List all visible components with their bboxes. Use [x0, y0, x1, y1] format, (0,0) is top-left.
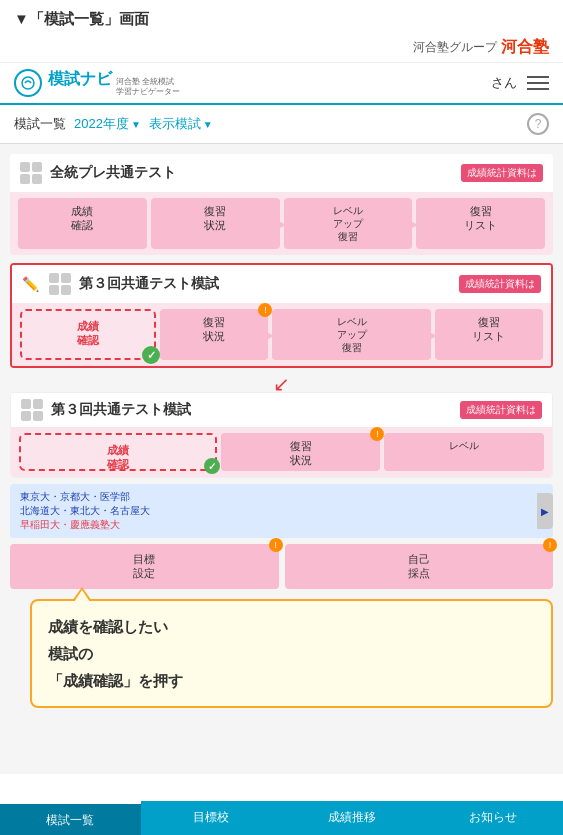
nav-label-2: 成績推移 [286, 809, 419, 826]
help-button[interactable]: ? [527, 113, 549, 135]
warning-mokuhyo: ! [269, 538, 283, 552]
display-filter[interactable]: 表示模試 ▼ [149, 115, 213, 133]
page-wrapper: ▼「模試一覧」画面 河合塾グループ 河合塾 模試ナビ 河合塾 全統模試 学習ナビ… [0, 0, 563, 835]
tooltip-line-3: 「成績確認」を押す [48, 667, 535, 694]
tooltip-line-2: 模試の [48, 640, 535, 667]
seiseki-btn-1[interactable]: 成績 確認 [18, 198, 147, 249]
exam-title-3: 第３回共通テスト模試 [51, 401, 452, 419]
fukushu-btn-1[interactable]: 復習 状況 [151, 198, 280, 249]
warning-icon-3: ! [370, 427, 384, 441]
svg-point-0 [22, 77, 34, 89]
nav-label-1: 目標校 [145, 809, 278, 826]
exam-card-third-highlighted: ✏️ 第３回共通テスト模試 成績統計資料は 成績 確認 ✓ 復習 状況 ! [10, 263, 553, 368]
check-circle-icon-3: ✓ [204, 458, 220, 474]
exam-actions-3: 成績 確認 ✓ 復習 状況 ! レベル [11, 427, 552, 477]
exam-title-2: 第３回共通テスト模試 [79, 275, 451, 293]
exam-title-1: 全統プレ共通テスト [50, 164, 453, 182]
tooltip-container: 成績を確認したい 模試の 「成績確認」を押す [30, 599, 553, 708]
nav-item-seiseki[interactable]: 成績推移 [282, 801, 423, 835]
uni-line-1: 東京大・京都大・医学部 [20, 490, 543, 504]
uni-side-arrow[interactable]: ▶ [537, 493, 553, 529]
title-main: 模試一覧 [44, 10, 104, 27]
logo-sub-text: 河合塾 全統模試 学習ナビゲーター [116, 77, 180, 96]
exam-header-1: 全統プレ共通テスト 成績統計資料は [10, 154, 553, 192]
warning-icon-fukushu: ! [258, 303, 272, 317]
uni-line-2: 北海道大・東北大・名古屋大 [20, 504, 543, 518]
exam-icon-3 [21, 399, 43, 421]
fukushu-status-btn-3[interactable]: 復習 状況 ! [221, 433, 381, 471]
exam-header-3: 第３回共通テスト模試 成績統計資料は [11, 393, 552, 427]
hamburger-menu[interactable] [527, 76, 549, 90]
app-header: 模試ナビ 河合塾 全統模試 学習ナビゲーター さん [0, 63, 563, 105]
seiseki-confirm-btn-3[interactable]: 成績 確認 ✓ [19, 433, 217, 471]
group-label: 河合塾グループ [413, 39, 497, 56]
filter-bar: 模試一覧 2022年度 ▼ 表示模試 ▼ ? [0, 105, 563, 144]
logo-main-text: 模試ナビ [48, 69, 112, 90]
exam-header-2: ✏️ 第３回共通テスト模試 成績統計資料は [12, 265, 551, 303]
bottom-nav: 模試一覧 目標校 成績推移 お知らせ [0, 801, 563, 835]
list-btn-2[interactable]: 復習 リスト [435, 309, 543, 360]
list-btn-1[interactable]: 復習 リスト [416, 198, 545, 249]
content-area: 全統プレ共通テスト 成績統計資料は 成績 確認 復習 状況 レベル アップ 復習… [0, 144, 563, 774]
university-card: 東京大・京都大・医学部 北海道大・東北大・名古屋大 早稲田大・慶應義塾大 ▶ [10, 484, 553, 538]
levelup-btn-1[interactable]: レベル アップ 復習 [284, 198, 413, 249]
seiseki-confirm-btn[interactable]: 成績 確認 ✓ [20, 309, 156, 360]
exam-badge-3: 成績統計資料は [460, 401, 542, 419]
exam-actions-2: 成績 確認 ✓ 復習 状況 ! レベル アップ 復習 復習 リスト [12, 303, 551, 366]
title-suffix: 」画面 [104, 10, 149, 27]
page-title-area: ▼「模試一覧」画面 [0, 0, 563, 33]
tooltip-line-1: 成績を確認したい [48, 613, 535, 640]
exam-badge-2: 成績統計資料は [459, 275, 541, 293]
edit-pencil-icon: ✏️ [22, 276, 39, 292]
user-suffix: さん [491, 74, 517, 92]
brand-name: 河合塾 [501, 37, 549, 58]
levelup-btn-2[interactable]: レベル アップ 復習 [272, 309, 430, 360]
tooltip-box: 成績を確認したい 模試の 「成績確認」を押す [30, 599, 553, 708]
nav-label-3: お知らせ [426, 809, 559, 826]
title-prefix: ▼「 [14, 10, 44, 27]
exam-icon-1 [20, 162, 42, 184]
header-right: さん [491, 74, 549, 92]
brand-bar: 河合塾グループ 河合塾 [0, 33, 563, 63]
fukushu-status-btn[interactable]: 復習 状況 ! [160, 309, 268, 360]
nav-label-0: 模試一覧 [4, 812, 137, 829]
filter-label: 模試一覧 [14, 115, 66, 133]
logo-circle-icon [14, 69, 42, 97]
goal-section: 目標 設定 ! 自己 採点 ! [10, 544, 553, 589]
nav-item-mokuhyko[interactable]: 目標校 [141, 801, 282, 835]
exam-icon-2 [49, 273, 71, 295]
logo-text-group: 模試ナビ 河合塾 全統模試 学習ナビゲーター [48, 69, 180, 96]
nav-item-oshirase[interactable]: お知らせ [422, 801, 563, 835]
exam-card-third-lower: 第３回共通テスト模試 成績統計資料は 成績 確認 ✓ 復習 状況 ! レベル [10, 392, 553, 478]
year-filter[interactable]: 2022年度 ▼ [74, 115, 141, 133]
exam-actions-1: 成績 確認 復習 状況 レベル アップ 復習 復習 リスト [10, 192, 553, 255]
exam-badge-1: 成績統計資料は [461, 164, 543, 182]
jiko-btn[interactable]: 自己 採点 ! [285, 544, 554, 589]
exam-card-zentoupra: 全統プレ共通テスト 成績統計資料は 成績 確認 復習 状況 レベル アップ 復習… [10, 154, 553, 255]
app-logo: 模試ナビ 河合塾 全統模試 学習ナビゲーター [14, 69, 180, 97]
warning-jiko: ! [543, 538, 557, 552]
nav-item-moshinavi[interactable]: 模試一覧 [0, 801, 141, 835]
check-circle-icon: ✓ [142, 346, 160, 364]
level-partial-btn[interactable]: レベル [384, 433, 544, 471]
uni-line-3: 早稲田大・慶應義塾大 [20, 518, 543, 532]
mokuhyo-btn[interactable]: 目標 設定 ! [10, 544, 279, 589]
